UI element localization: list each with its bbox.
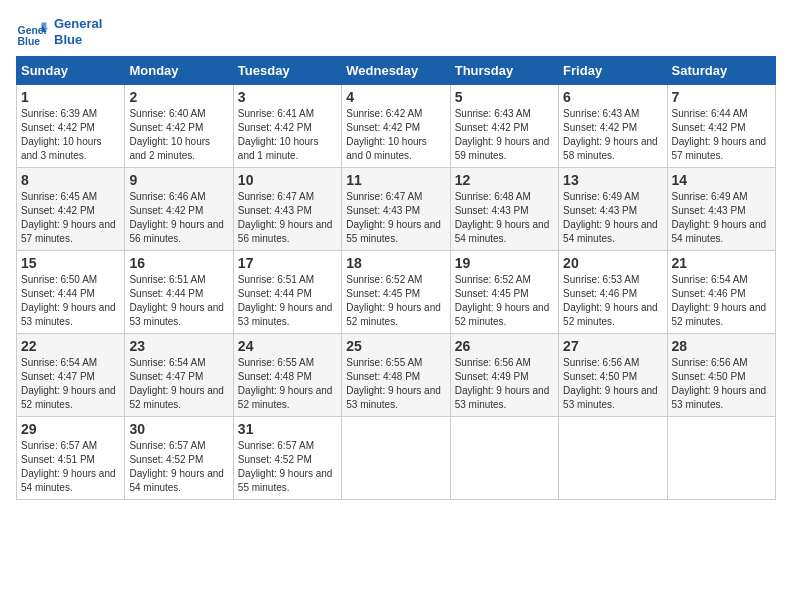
calendar-cell <box>450 417 558 500</box>
calendar-cell: 13 Sunrise: 6:49 AMSunset: 4:43 PMDaylig… <box>559 168 667 251</box>
col-header-sunday: Sunday <box>17 57 125 85</box>
day-number: 19 <box>455 255 554 271</box>
calendar-cell <box>342 417 450 500</box>
day-number: 31 <box>238 421 337 437</box>
day-number: 18 <box>346 255 445 271</box>
col-header-tuesday: Tuesday <box>233 57 341 85</box>
calendar-cell: 24 Sunrise: 6:55 AMSunset: 4:48 PMDaylig… <box>233 334 341 417</box>
day-number: 29 <box>21 421 120 437</box>
calendar-cell: 1 Sunrise: 6:39 AMSunset: 4:42 PMDayligh… <box>17 85 125 168</box>
week-row-2: 8 Sunrise: 6:45 AMSunset: 4:42 PMDayligh… <box>17 168 776 251</box>
calendar-cell <box>667 417 775 500</box>
day-detail: Sunrise: 6:47 AMSunset: 4:43 PMDaylight:… <box>346 191 441 244</box>
day-detail: Sunrise: 6:44 AMSunset: 4:42 PMDaylight:… <box>672 108 767 161</box>
day-detail: Sunrise: 6:48 AMSunset: 4:43 PMDaylight:… <box>455 191 550 244</box>
calendar-cell: 2 Sunrise: 6:40 AMSunset: 4:42 PMDayligh… <box>125 85 233 168</box>
calendar-cell: 30 Sunrise: 6:57 AMSunset: 4:52 PMDaylig… <box>125 417 233 500</box>
day-number: 28 <box>672 338 771 354</box>
day-detail: Sunrise: 6:42 AMSunset: 4:42 PMDaylight:… <box>346 108 427 161</box>
day-number: 30 <box>129 421 228 437</box>
day-detail: Sunrise: 6:41 AMSunset: 4:42 PMDaylight:… <box>238 108 319 161</box>
day-number: 14 <box>672 172 771 188</box>
calendar-cell: 15 Sunrise: 6:50 AMSunset: 4:44 PMDaylig… <box>17 251 125 334</box>
day-detail: Sunrise: 6:54 AMSunset: 4:47 PMDaylight:… <box>129 357 224 410</box>
day-number: 12 <box>455 172 554 188</box>
col-header-monday: Monday <box>125 57 233 85</box>
day-number: 9 <box>129 172 228 188</box>
col-header-friday: Friday <box>559 57 667 85</box>
day-detail: Sunrise: 6:55 AMSunset: 4:48 PMDaylight:… <box>346 357 441 410</box>
day-detail: Sunrise: 6:46 AMSunset: 4:42 PMDaylight:… <box>129 191 224 244</box>
day-number: 10 <box>238 172 337 188</box>
week-row-5: 29 Sunrise: 6:57 AMSunset: 4:51 PMDaylig… <box>17 417 776 500</box>
day-number: 7 <box>672 89 771 105</box>
day-number: 26 <box>455 338 554 354</box>
day-number: 22 <box>21 338 120 354</box>
day-detail: Sunrise: 6:53 AMSunset: 4:46 PMDaylight:… <box>563 274 658 327</box>
calendar-cell: 26 Sunrise: 6:56 AMSunset: 4:49 PMDaylig… <box>450 334 558 417</box>
day-detail: Sunrise: 6:57 AMSunset: 4:52 PMDaylight:… <box>129 440 224 493</box>
calendar-cell: 18 Sunrise: 6:52 AMSunset: 4:45 PMDaylig… <box>342 251 450 334</box>
day-detail: Sunrise: 6:40 AMSunset: 4:42 PMDaylight:… <box>129 108 210 161</box>
day-number: 3 <box>238 89 337 105</box>
day-number: 1 <box>21 89 120 105</box>
calendar-cell: 22 Sunrise: 6:54 AMSunset: 4:47 PMDaylig… <box>17 334 125 417</box>
calendar-cell: 16 Sunrise: 6:51 AMSunset: 4:44 PMDaylig… <box>125 251 233 334</box>
calendar-cell: 20 Sunrise: 6:53 AMSunset: 4:46 PMDaylig… <box>559 251 667 334</box>
day-detail: Sunrise: 6:39 AMSunset: 4:42 PMDaylight:… <box>21 108 102 161</box>
logo-icon: General Blue <box>16 16 48 48</box>
calendar-cell: 8 Sunrise: 6:45 AMSunset: 4:42 PMDayligh… <box>17 168 125 251</box>
day-detail: Sunrise: 6:43 AMSunset: 4:42 PMDaylight:… <box>455 108 550 161</box>
calendar-cell: 3 Sunrise: 6:41 AMSunset: 4:42 PMDayligh… <box>233 85 341 168</box>
logo-text: GeneralBlue <box>54 16 102 47</box>
week-row-4: 22 Sunrise: 6:54 AMSunset: 4:47 PMDaylig… <box>17 334 776 417</box>
day-number: 23 <box>129 338 228 354</box>
calendar-cell <box>559 417 667 500</box>
calendar-table: SundayMondayTuesdayWednesdayThursdayFrid… <box>16 56 776 500</box>
day-detail: Sunrise: 6:54 AMSunset: 4:46 PMDaylight:… <box>672 274 767 327</box>
calendar-cell: 25 Sunrise: 6:55 AMSunset: 4:48 PMDaylig… <box>342 334 450 417</box>
calendar-cell: 29 Sunrise: 6:57 AMSunset: 4:51 PMDaylig… <box>17 417 125 500</box>
day-number: 2 <box>129 89 228 105</box>
calendar-cell: 9 Sunrise: 6:46 AMSunset: 4:42 PMDayligh… <box>125 168 233 251</box>
calendar-cell: 14 Sunrise: 6:49 AMSunset: 4:43 PMDaylig… <box>667 168 775 251</box>
week-row-3: 15 Sunrise: 6:50 AMSunset: 4:44 PMDaylig… <box>17 251 776 334</box>
calendar-cell: 12 Sunrise: 6:48 AMSunset: 4:43 PMDaylig… <box>450 168 558 251</box>
day-number: 24 <box>238 338 337 354</box>
day-detail: Sunrise: 6:52 AMSunset: 4:45 PMDaylight:… <box>346 274 441 327</box>
calendar-cell: 10 Sunrise: 6:47 AMSunset: 4:43 PMDaylig… <box>233 168 341 251</box>
col-header-wednesday: Wednesday <box>342 57 450 85</box>
day-number: 16 <box>129 255 228 271</box>
day-detail: Sunrise: 6:51 AMSunset: 4:44 PMDaylight:… <box>129 274 224 327</box>
calendar-cell: 28 Sunrise: 6:56 AMSunset: 4:50 PMDaylig… <box>667 334 775 417</box>
calendar-cell: 4 Sunrise: 6:42 AMSunset: 4:42 PMDayligh… <box>342 85 450 168</box>
day-detail: Sunrise: 6:57 AMSunset: 4:51 PMDaylight:… <box>21 440 116 493</box>
calendar-cell: 23 Sunrise: 6:54 AMSunset: 4:47 PMDaylig… <box>125 334 233 417</box>
day-detail: Sunrise: 6:50 AMSunset: 4:44 PMDaylight:… <box>21 274 116 327</box>
page-header: General Blue GeneralBlue <box>16 16 776 48</box>
calendar-cell: 17 Sunrise: 6:51 AMSunset: 4:44 PMDaylig… <box>233 251 341 334</box>
day-detail: Sunrise: 6:56 AMSunset: 4:49 PMDaylight:… <box>455 357 550 410</box>
calendar-cell: 27 Sunrise: 6:56 AMSunset: 4:50 PMDaylig… <box>559 334 667 417</box>
day-number: 11 <box>346 172 445 188</box>
day-number: 17 <box>238 255 337 271</box>
day-number: 4 <box>346 89 445 105</box>
day-detail: Sunrise: 6:56 AMSunset: 4:50 PMDaylight:… <box>672 357 767 410</box>
day-detail: Sunrise: 6:43 AMSunset: 4:42 PMDaylight:… <box>563 108 658 161</box>
calendar-cell: 19 Sunrise: 6:52 AMSunset: 4:45 PMDaylig… <box>450 251 558 334</box>
calendar-cell: 11 Sunrise: 6:47 AMSunset: 4:43 PMDaylig… <box>342 168 450 251</box>
week-row-1: 1 Sunrise: 6:39 AMSunset: 4:42 PMDayligh… <box>17 85 776 168</box>
day-number: 21 <box>672 255 771 271</box>
day-detail: Sunrise: 6:49 AMSunset: 4:43 PMDaylight:… <box>563 191 658 244</box>
day-detail: Sunrise: 6:54 AMSunset: 4:47 PMDaylight:… <box>21 357 116 410</box>
calendar-cell: 7 Sunrise: 6:44 AMSunset: 4:42 PMDayligh… <box>667 85 775 168</box>
day-number: 13 <box>563 172 662 188</box>
calendar-cell: 31 Sunrise: 6:57 AMSunset: 4:52 PMDaylig… <box>233 417 341 500</box>
calendar-cell: 5 Sunrise: 6:43 AMSunset: 4:42 PMDayligh… <box>450 85 558 168</box>
svg-text:Blue: Blue <box>18 36 41 47</box>
day-number: 5 <box>455 89 554 105</box>
day-detail: Sunrise: 6:51 AMSunset: 4:44 PMDaylight:… <box>238 274 333 327</box>
day-detail: Sunrise: 6:47 AMSunset: 4:43 PMDaylight:… <box>238 191 333 244</box>
calendar-cell: 6 Sunrise: 6:43 AMSunset: 4:42 PMDayligh… <box>559 85 667 168</box>
logo: General Blue GeneralBlue <box>16 16 102 48</box>
